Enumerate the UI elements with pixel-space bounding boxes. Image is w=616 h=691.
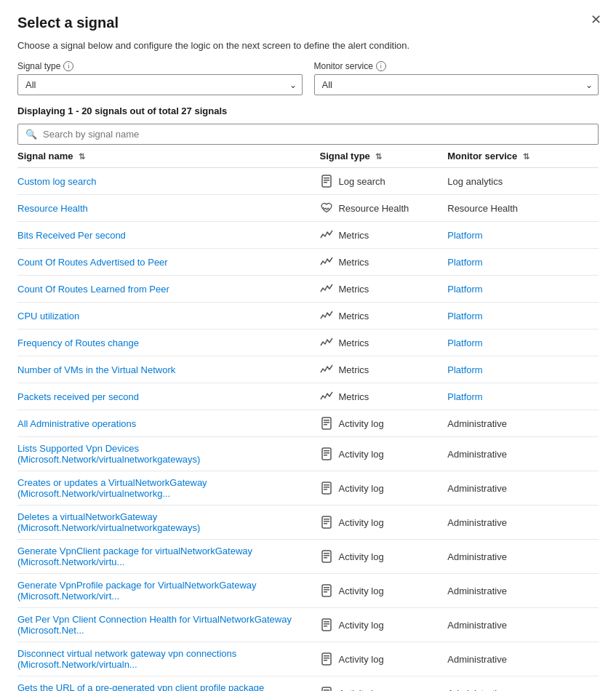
signal-type-cell: Activity log	[319, 608, 447, 642]
table-row: Generate VpnClient package for virtualNe…	[17, 540, 599, 574]
svg-rect-4	[322, 418, 331, 429]
svg-rect-31	[324, 626, 327, 627]
svg-rect-37	[324, 690, 329, 691]
signal-name-link[interactable]: Generate VpnClient package for virtualNe…	[17, 546, 252, 567]
signal-name-link[interactable]: Deletes a virtualNetworkGateway (Microso…	[17, 511, 200, 533]
monitor-service-cell: Administrative	[447, 608, 599, 642]
svg-rect-10	[324, 452, 329, 454]
monitor-service-filter: Monitor service i All Platform Log analy…	[314, 61, 599, 95]
signal-name-link[interactable]: Packets received per second	[17, 391, 139, 402]
signal-name-cell: Custom log search	[17, 168, 319, 195]
monitor-service-sort-icon[interactable]: ⇅	[523, 152, 529, 161]
svg-rect-18	[324, 521, 329, 522]
monitor-service-cell: Administrative	[447, 471, 599, 506]
signal-name-sort-icon[interactable]: ⇅	[79, 152, 85, 161]
table-row: Packets received per second Metrics Plat…	[17, 383, 599, 410]
signal-type-value: Activity log	[338, 517, 383, 528]
monitor-service-cell: Administrative	[447, 574, 599, 608]
svg-rect-12	[322, 482, 331, 494]
signal-name-link[interactable]: Lists Supported Vpn Devices (Microsoft.N…	[17, 443, 200, 465]
monitor-service-cell: Log analytics	[447, 168, 599, 195]
activity-icon	[319, 686, 334, 691]
signal-name-link[interactable]: Disconnect virtual network gateway vpn c…	[17, 648, 236, 670]
metrics-icon	[319, 362, 334, 377]
signal-name-link[interactable]: Gets the URL of a pre-generated vpn clie…	[17, 682, 264, 691]
signal-name-cell: Frequency of Routes change	[17, 329, 319, 356]
svg-rect-26	[324, 589, 329, 591]
signal-type-info-icon[interactable]: i	[63, 61, 73, 71]
table-row: Lists Supported Vpn Devices (Microsoft.N…	[17, 437, 599, 471]
metrics-icon	[319, 335, 334, 350]
close-button[interactable]: ✕	[591, 13, 601, 26]
search-input[interactable]	[43, 129, 591, 140]
select-signal-panel: Select a signal ✕ Choose a signal below …	[0, 0, 616, 691]
signal-name-cell: Creates or updates a VirtualNetworkGatew…	[17, 471, 319, 506]
signal-name-cell: Bits Received Per second	[17, 222, 319, 249]
signal-type-value: Activity log	[338, 418, 383, 429]
activity-icon	[319, 515, 334, 530]
signal-type-cell: Metrics	[319, 276, 447, 303]
svg-rect-15	[324, 489, 327, 490]
svg-rect-9	[324, 450, 329, 452]
signal-type-cell: Activity log	[319, 540, 447, 574]
svg-rect-1	[324, 177, 329, 179]
signal-name-link[interactable]: Get Per Vpn Client Connection Health for…	[17, 614, 292, 636]
signal-type-sort-icon[interactable]: ⇅	[375, 152, 382, 161]
monitor-service-cell: Platform	[447, 356, 599, 383]
signal-type-cell: Activity log	[319, 437, 447, 471]
signal-name-link[interactable]: Custom log search	[17, 176, 96, 187]
signal-type-value: Activity log	[338, 483, 383, 494]
signal-name-link[interactable]: Count Of Routes Advertised to Peer	[17, 257, 168, 268]
table-row: CPU utilization Metrics Platform	[17, 303, 599, 329]
signal-type-cell: Activity log	[319, 642, 447, 676]
svg-rect-35	[324, 660, 327, 661]
monitor-service-cell: Administrative	[447, 540, 599, 574]
svg-rect-13	[324, 484, 329, 486]
signals-table: Signal name ⇅ Signal type ⇅ Monitor serv…	[17, 145, 599, 691]
signal-name-link[interactable]: Generate VpnProfile package for VirtualN…	[17, 580, 257, 602]
signal-type-value: Activity log	[338, 688, 383, 692]
signal-name-link[interactable]: Frequency of Routes change	[17, 337, 139, 348]
monitor-service-select[interactable]: All Platform Log analytics Resource Heal…	[314, 74, 599, 95]
signal-type-select[interactable]: All Metrics Activity log Log search Reso…	[17, 74, 303, 95]
table-row: Count Of Routes Learned from Peer Metric…	[17, 276, 599, 303]
signal-type-cell: Resource Health	[319, 195, 447, 222]
svg-rect-32	[322, 653, 331, 665]
svg-rect-30	[324, 623, 329, 625]
svg-rect-14	[324, 487, 329, 488]
signal-type-cell: Log search	[319, 168, 447, 195]
table-row: Creates or updates a VirtualNetworkGatew…	[17, 471, 599, 506]
monitor-service-info-icon[interactable]: i	[376, 61, 386, 71]
table-row: All Administrative operations Activity l…	[17, 410, 599, 437]
col-header-signal-name: Signal name ⇅	[17, 145, 319, 168]
signal-name-link[interactable]: Number of VMs in the Virtual Network	[17, 364, 175, 375]
log-icon	[319, 174, 334, 188]
svg-rect-16	[322, 516, 331, 528]
signal-name-cell: Count Of Routes Advertised to Peer	[17, 249, 319, 276]
signal-name-link[interactable]: CPU utilization	[17, 311, 79, 321]
col-header-monitor-service: Monitor service ⇅	[447, 145, 599, 168]
signal-name-cell: Generate VpnProfile package for VirtualN…	[17, 574, 319, 608]
signal-name-link[interactable]: All Administrative operations	[17, 418, 136, 429]
signal-name-cell: CPU utilization	[17, 303, 319, 329]
monitor-service-cell: Administrative	[447, 676, 599, 692]
signal-type-value: Metrics	[338, 257, 369, 268]
signal-name-link[interactable]: Resource Health	[17, 203, 88, 214]
svg-rect-24	[322, 585, 331, 596]
signal-type-cell: Metrics	[319, 222, 447, 249]
signal-name-cell: All Administrative operations	[17, 410, 319, 437]
svg-rect-0	[322, 175, 331, 187]
signal-name-link[interactable]: Creates or updates a VirtualNetworkGatew…	[17, 477, 207, 499]
table-row: Custom log search Log search Log analyti…	[17, 168, 599, 195]
signal-type-cell: Metrics	[319, 356, 447, 383]
signal-name-link[interactable]: Count Of Routes Learned from Peer	[17, 284, 169, 295]
signal-type-cell: Metrics	[319, 383, 447, 410]
metrics-icon	[319, 228, 334, 242]
signal-type-value: Activity log	[338, 654, 383, 665]
signal-name-link[interactable]: Bits Received Per second	[17, 230, 126, 241]
activity-icon	[319, 447, 334, 461]
table-row: Get Per Vpn Client Connection Health for…	[17, 608, 599, 642]
svg-rect-7	[324, 424, 327, 426]
signal-name-cell: Gets the URL of a pre-generated vpn clie…	[17, 676, 319, 692]
signal-type-value: Activity log	[338, 586, 383, 596]
